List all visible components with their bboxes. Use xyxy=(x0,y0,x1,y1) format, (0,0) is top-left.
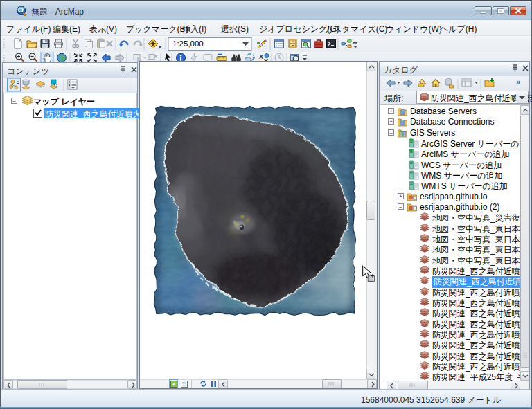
svg-text:1:25,000: 1:25,000 xyxy=(172,39,204,48)
svg-text:»: » xyxy=(516,78,520,86)
svg-text:X: X xyxy=(259,53,263,60)
